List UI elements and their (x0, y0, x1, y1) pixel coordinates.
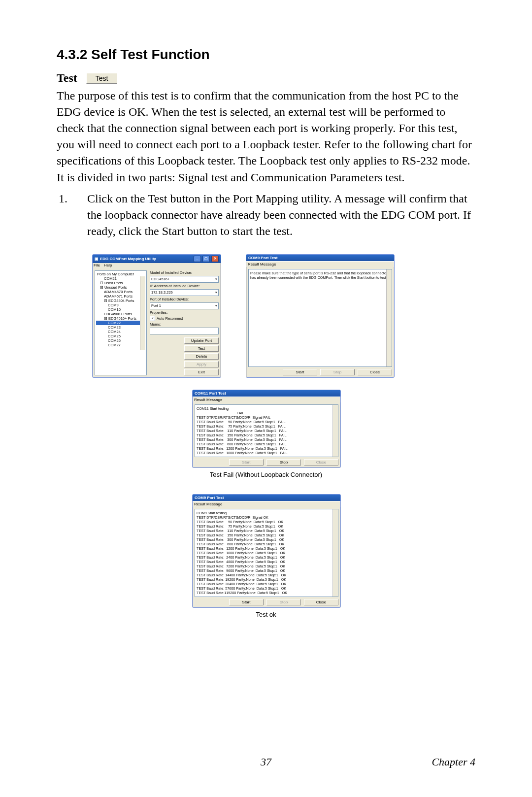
chevron-down-icon: ▾ (215, 277, 217, 281)
intro-paragraph: The purpose of this test is to confirm t… (57, 88, 475, 186)
properties-label: Properties: (150, 310, 219, 315)
menu-help[interactable]: Help (104, 263, 112, 267)
update-port-button[interactable]: Update Port (184, 337, 219, 344)
test-port-button[interactable]: Test (184, 345, 219, 352)
tree-item[interactable]: ADAM4570 Ports (96, 290, 145, 294)
model-label: Model of Installed Device: (150, 270, 219, 275)
fail-caption: Test Fail (Without Loopback Connector) (192, 471, 340, 478)
stop-button[interactable]: Stop (320, 369, 355, 375)
port-label: Port of Installed Device: (150, 297, 219, 301)
port-test-prompt-window: COM9 Port Test Result Message Please mak… (246, 254, 395, 378)
tree-item[interactable]: COM22 (96, 321, 145, 325)
ip-select[interactable]: 172.18.3.226▾ (150, 289, 219, 296)
fail-result-box: COM11 Start testing FAIL TEST DTR/DSR/RT… (195, 404, 338, 457)
maximize-icon[interactable]: ▢ (202, 256, 210, 262)
fail-title: COM11 Port Test (195, 391, 226, 396)
delete-button[interactable]: Delete (184, 353, 219, 360)
result-section-label: Result Message (246, 261, 394, 267)
mapping-utility-window: ▣ EDG COMPort Mapping Utility _ ▢ ✕ File… (92, 254, 221, 378)
result-section-label: Result Message (193, 397, 340, 402)
stop-button[interactable]: Stop (266, 459, 301, 465)
exit-button[interactable]: Exit (184, 369, 219, 375)
mapping-title: EDG COMPort Mapping Utility (100, 257, 156, 261)
start-button[interactable]: Start (229, 599, 264, 605)
result-section-label: Result Message (193, 501, 340, 507)
chevron-down-icon: ▾ (215, 304, 217, 308)
tree-item[interactable]: COM27 (96, 343, 145, 347)
ok-titlebar: COM9 Port Test (193, 495, 340, 501)
tree-item[interactable]: COM25 (96, 334, 145, 338)
stop-button[interactable]: Stop (266, 599, 301, 605)
prompt-title: COM9 Port Test (248, 256, 277, 260)
start-button[interactable]: Start (283, 369, 317, 375)
auto-reconnect-checkbox[interactable]: ✓Auto Reconnect (150, 316, 219, 321)
tree-item[interactable]: COM24 (96, 330, 145, 334)
prompt-titlebar: COM9 Port Test (246, 255, 394, 261)
tree-header: Ports on My Computer (96, 272, 145, 276)
ports-tree[interactable]: Ports on My Computer COM21⊟ Used Ports⊟ … (95, 270, 147, 375)
chevron-down-icon: ▾ (215, 291, 217, 295)
step-text: Click on the Test button in the Port Map… (87, 191, 475, 239)
close-button[interactable]: Close (304, 459, 338, 465)
tree-item[interactable]: COM21 (96, 276, 145, 281)
test-button[interactable]: Test (86, 73, 118, 84)
prompt-message: Please make sure that the type of serial… (248, 269, 392, 367)
port-test-fail-window: COM11 Port Test Result Message COM11 Sta… (192, 390, 341, 468)
close-button[interactable]: Close (304, 599, 338, 605)
apply-button[interactable]: Apply (184, 361, 219, 367)
menu-file[interactable]: File (94, 263, 100, 267)
model-select[interactable]: EDG4516+▾ (150, 276, 219, 283)
tree-item[interactable]: ⊟ EDG4504 Ports (96, 299, 145, 303)
start-button[interactable]: Start (229, 459, 264, 465)
minimize-icon[interactable]: _ (194, 256, 201, 262)
close-icon[interactable]: ✕ (211, 256, 219, 262)
port-select[interactable]: Port 1▾ (150, 302, 219, 309)
port-test-ok-window: COM9 Port Test Result Message COM9 Start… (192, 494, 341, 608)
page-number: 37 (261, 756, 271, 768)
ok-title: COM9 Port Test (195, 496, 224, 500)
section-heading: 4.3.2 Self Test Function (57, 47, 475, 63)
tree-item[interactable]: COM26 (96, 338, 145, 343)
tree-item[interactable]: EDG4508+ Ports (96, 312, 145, 316)
test-label: Test (57, 71, 77, 85)
ok-result-box: COM9 Start testing TEST DTR/DSR/RTS/CTS/… (195, 509, 338, 597)
step-number: 1. (59, 191, 87, 239)
tree-item[interactable]: ⊟ EDG4516+ Ports (96, 316, 145, 321)
tree-item[interactable]: ⊟ Used Ports (96, 281, 145, 285)
tree-item[interactable]: COM10 (96, 307, 145, 312)
ok-caption: Test ok (192, 611, 340, 618)
app-icon: ▣ (95, 257, 99, 261)
tree-item[interactable]: COM23 (96, 325, 145, 330)
memo-input[interactable] (150, 328, 219, 334)
ip-label: IP Address of Installed Device: (150, 284, 219, 288)
close-button[interactable]: Close (358, 369, 392, 375)
fail-titlebar: COM11 Port Test (193, 390, 340, 397)
mapping-titlebar: ▣ EDG COMPort Mapping Utility _ ▢ ✕ (93, 255, 221, 263)
memo-label: Memo: (150, 322, 219, 327)
chapter-label: Chapter 4 (432, 756, 475, 768)
tree-item[interactable]: COM9 (96, 303, 145, 307)
tree-item[interactable]: ⊟ Unused Ports (96, 285, 145, 290)
tree-item[interactable]: ADAM4571 Ports (96, 294, 145, 299)
